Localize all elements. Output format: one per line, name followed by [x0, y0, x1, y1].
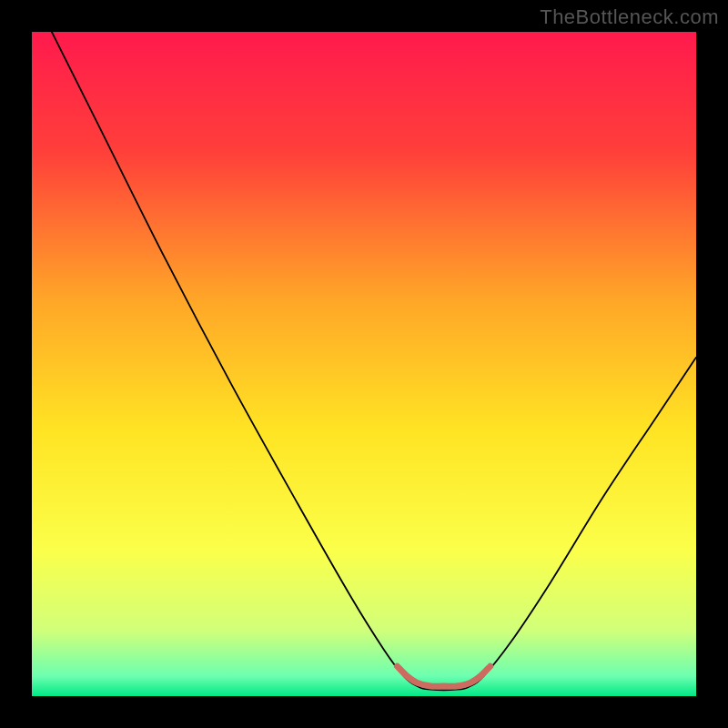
chart-svg: [32, 32, 696, 696]
chart-background: [32, 32, 696, 696]
watermark-text: TheBottleneck.com: [540, 5, 719, 29]
plot-frame: [32, 32, 696, 696]
